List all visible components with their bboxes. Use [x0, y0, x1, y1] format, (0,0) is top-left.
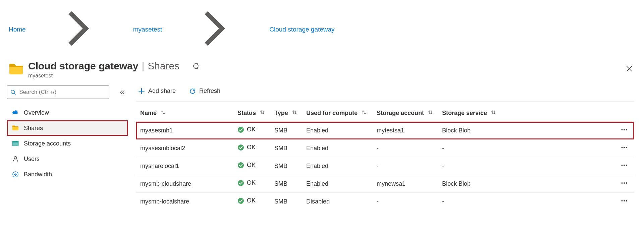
table-row[interactable]: mysmb-localshareOKSMBDisabled-- [136, 193, 634, 211]
cell-account: mynewsa1 [373, 175, 438, 193]
sidebar-item-users[interactable]: Users [7, 151, 128, 167]
chevron-left-double-icon [119, 90, 125, 95]
cell-name: mysmb-cloudshare [136, 175, 233, 193]
cell-status: OK [233, 139, 270, 157]
cell-compute: Enabled [302, 139, 373, 157]
cell-name: mysharelocal1 [136, 157, 233, 175]
row-more-button[interactable] [619, 161, 630, 170]
sort-icon [292, 110, 297, 115]
print-icon [193, 63, 200, 69]
ok-icon [237, 144, 244, 151]
chevron-right-icon [29, 3, 130, 55]
cell-status: OK [233, 157, 270, 175]
cell-type: SMB [270, 175, 302, 193]
column-header-status[interactable]: Status [233, 106, 270, 122]
cell-compute: Enabled [302, 122, 373, 139]
table-row[interactable]: mysharelocal1OKSMBEnabled-- [136, 157, 634, 175]
table-row[interactable]: myasesmblocal2OKSMBEnabled-- [136, 139, 634, 157]
ok-icon [237, 197, 244, 204]
more-icon [621, 197, 628, 204]
more-icon [621, 126, 628, 133]
cell-account: - [373, 139, 438, 157]
ok-icon [237, 162, 244, 169]
page-subtitle: myasetest [28, 73, 202, 79]
cell-service: - [438, 157, 614, 175]
search-input[interactable] [18, 89, 106, 96]
column-label: Name [140, 110, 157, 116]
column-header-service[interactable]: Storage service [438, 106, 614, 122]
column-label: Used for compute [306, 110, 358, 116]
cell-account: - [373, 193, 438, 211]
sidebar-item-label: Storage accounts [24, 140, 71, 147]
sidebar-item-storage-accounts[interactable]: Storage accounts [7, 136, 128, 151]
sort-icon [428, 110, 433, 115]
cell-compute: Enabled [302, 175, 373, 193]
row-more-button[interactable] [619, 179, 630, 188]
cell-type: SMB [270, 157, 302, 175]
page-header: Cloud storage gateway | Shares myasetest [0, 55, 644, 83]
ok-icon [237, 126, 244, 133]
refresh-button[interactable]: Refresh [187, 86, 222, 96]
title-divider: | [142, 60, 144, 72]
column-label: Storage service [442, 110, 487, 116]
shares-table: Name Status Type Used for compute [136, 106, 634, 210]
table-row[interactable]: myasesmb1OKSMBEnabledmytestsa1Block Blob [136, 122, 634, 139]
cell-name: mysmb-localshare [136, 193, 233, 211]
cell-type: SMB [270, 139, 302, 157]
sidebar-item-bandwidth[interactable]: Bandwidth [7, 167, 128, 182]
close-button[interactable] [623, 63, 635, 75]
close-icon [626, 65, 633, 72]
print-button[interactable] [190, 60, 202, 72]
sidebar-search[interactable] [7, 85, 109, 99]
toolbar: Add share Refresh [136, 83, 634, 102]
cell-account: mytestsa1 [373, 122, 438, 139]
plus-icon [138, 88, 145, 95]
breadcrumb: Home myasetest Cloud storage gateway [0, 0, 644, 55]
sort-icon [160, 110, 166, 115]
storage-icon [12, 140, 19, 146]
breadcrumb-link-current[interactable]: Cloud storage gateway [269, 26, 334, 33]
cloud-icon [12, 110, 19, 116]
refresh-icon [189, 88, 196, 95]
column-label: Status [237, 110, 256, 116]
page-section: Shares [148, 60, 179, 72]
breadcrumb-link-home[interactable]: Home [9, 26, 26, 33]
person-icon [12, 156, 19, 162]
sidebar-item-label: Users [24, 156, 40, 163]
column-header-type[interactable]: Type [270, 106, 302, 122]
cell-account: - [373, 157, 438, 175]
sidebar-item-label: Shares [24, 125, 43, 132]
sidebar-item-overview[interactable]: Overview [7, 105, 128, 120]
cell-type: SMB [270, 122, 302, 139]
cell-service: - [438, 193, 614, 211]
sidebar-item-label: Bandwidth [24, 171, 52, 178]
sort-icon [361, 110, 367, 115]
cell-compute: Disabled [302, 193, 373, 211]
more-icon [621, 162, 628, 169]
page-title: Cloud storage gateway | Shares [28, 60, 202, 72]
cell-service: Block Blob [438, 175, 614, 193]
sidebar-item-shares[interactable]: Shares [7, 120, 128, 136]
column-header-account[interactable]: Storage account [373, 106, 438, 122]
sort-icon [260, 110, 265, 115]
add-share-button[interactable]: Add share [136, 86, 178, 96]
cell-service: - [438, 139, 614, 157]
search-icon [10, 89, 16, 95]
column-header-name[interactable]: Name [136, 106, 233, 122]
sidebar-item-label: Overview [24, 109, 49, 116]
column-label: Type [274, 110, 288, 116]
breadcrumb-link-resource[interactable]: myasetest [133, 26, 162, 33]
column-label: Storage account [377, 110, 424, 116]
refresh-label: Refresh [199, 87, 220, 95]
sort-icon [491, 110, 496, 115]
row-more-button[interactable] [619, 143, 630, 153]
column-header-compute[interactable]: Used for compute [302, 106, 373, 122]
cell-name: myasesmblocal2 [136, 139, 233, 157]
cell-name: myasesmb1 [136, 122, 233, 139]
row-more-button[interactable] [619, 197, 630, 206]
cell-type: SMB [270, 193, 302, 211]
more-icon [621, 179, 628, 187]
table-row[interactable]: mysmb-cloudshareOKSMBEnabledmynewsa1Bloc… [136, 175, 634, 193]
collapse-sidebar-button[interactable] [116, 86, 128, 98]
row-more-button[interactable] [619, 126, 630, 135]
